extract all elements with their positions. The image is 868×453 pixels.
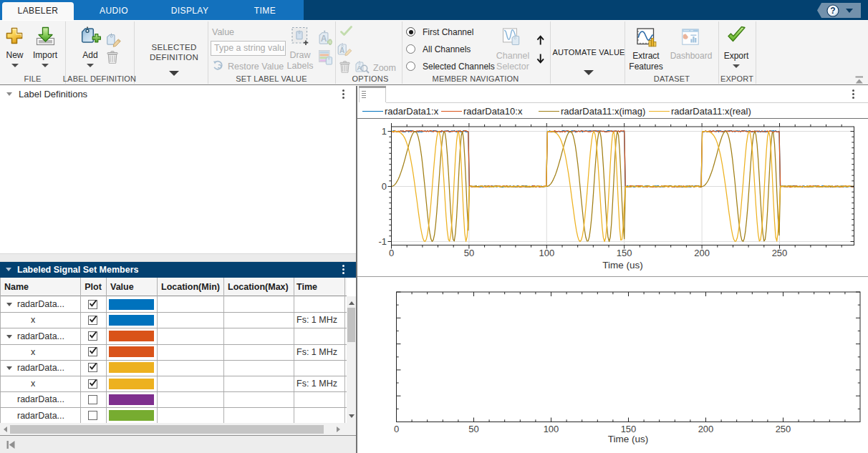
svg-text:150: 150: [617, 248, 632, 258]
svg-text:150: 150: [621, 424, 637, 434]
svg-text:A: A: [339, 47, 344, 54]
svg-text:0: 0: [389, 248, 394, 258]
svg-text:Time (us): Time (us): [602, 260, 643, 271]
svg-text:250: 250: [776, 424, 791, 434]
svg-text:?: ?: [830, 6, 835, 16]
svg-text:200: 200: [694, 248, 710, 258]
svg-text:-1: -1: [378, 236, 387, 247]
svg-text:200: 200: [698, 424, 714, 434]
svg-text:50: 50: [464, 248, 474, 258]
svg-text:0: 0: [382, 181, 387, 192]
svg-text:50: 50: [468, 424, 478, 434]
svg-text:0: 0: [394, 424, 399, 434]
svg-text:100: 100: [544, 424, 559, 434]
svg-text:A: A: [321, 34, 327, 44]
svg-text:250: 250: [772, 248, 788, 258]
svg-text:100: 100: [539, 248, 554, 258]
svg-text:Time (us): Time (us): [608, 434, 649, 444]
svg-text:1: 1: [382, 126, 387, 137]
